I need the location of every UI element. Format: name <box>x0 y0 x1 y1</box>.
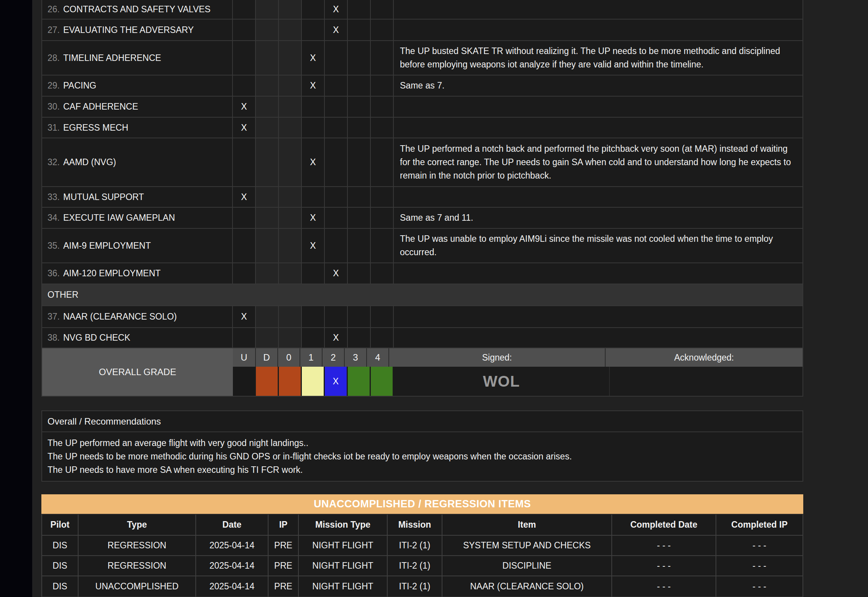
grade-cell-1[interactable] <box>302 187 325 207</box>
grade-cell-1[interactable]: X <box>302 41 325 75</box>
grade-cell-4[interactable] <box>371 263 394 284</box>
grade-cell-U[interactable] <box>233 328 256 348</box>
grade-cell-3[interactable] <box>348 75 371 96</box>
grade-cell-0[interactable] <box>279 328 302 348</box>
grade-cell-3[interactable] <box>348 41 371 75</box>
grade-cell-3[interactable] <box>348 306 371 327</box>
grade-cell-4[interactable] <box>371 187 394 207</box>
overall-grade-cell-D[interactable] <box>256 367 279 396</box>
grade-cell-D[interactable] <box>256 138 279 186</box>
grade-cell-D[interactable] <box>256 0 279 19</box>
grade-cell-3[interactable] <box>348 187 371 207</box>
grade-cell-4[interactable] <box>371 41 394 75</box>
grade-cell-U[interactable] <box>233 41 256 75</box>
grade-cell-D[interactable] <box>256 20 279 40</box>
grade-cell-3[interactable] <box>348 263 371 284</box>
grade-cell-3[interactable] <box>348 20 371 40</box>
grade-cell-2[interactable] <box>325 187 348 207</box>
grade-cell-0[interactable] <box>279 118 302 138</box>
grade-cell-3[interactable] <box>348 118 371 138</box>
grade-cell-1[interactable]: X <box>302 75 325 96</box>
grade-cell-1[interactable] <box>302 306 325 327</box>
grade-cell-1[interactable] <box>302 97 325 117</box>
grade-cell-3[interactable] <box>348 328 371 348</box>
grade-cell-1[interactable] <box>302 118 325 138</box>
overall-grade-cell-4[interactable] <box>371 367 394 396</box>
grade-cell-D[interactable] <box>256 75 279 96</box>
grade-cell-0[interactable] <box>279 306 302 327</box>
grade-cell-2[interactable] <box>325 138 348 186</box>
grade-cell-U[interactable]: X <box>233 97 256 117</box>
grade-cell-U[interactable] <box>233 229 256 262</box>
grade-cell-4[interactable] <box>371 328 394 348</box>
grade-cell-U[interactable] <box>233 75 256 96</box>
grade-cell-4[interactable] <box>371 229 394 262</box>
grade-cell-U[interactable] <box>233 20 256 40</box>
grade-cell-1[interactable] <box>302 263 325 284</box>
grade-cell-D[interactable] <box>256 328 279 348</box>
grade-cell-D[interactable] <box>256 41 279 75</box>
grade-cell-U[interactable]: X <box>233 187 256 207</box>
grade-cell-U[interactable]: X <box>233 118 256 138</box>
acknowledged-value[interactable] <box>609 367 802 396</box>
grade-cell-2[interactable]: X <box>325 0 348 19</box>
grade-cell-4[interactable] <box>371 306 394 327</box>
signed-value[interactable]: WOL <box>394 367 609 396</box>
grade-cell-1[interactable]: X <box>302 208 325 228</box>
grade-cell-D[interactable] <box>256 229 279 262</box>
grade-cell-U[interactable] <box>233 208 256 228</box>
grade-cell-2[interactable]: X <box>325 20 348 40</box>
grade-cell-3[interactable] <box>348 0 371 19</box>
grade-cell-2[interactable] <box>325 306 348 327</box>
grade-cell-4[interactable] <box>371 0 394 19</box>
grade-cell-4[interactable] <box>371 75 394 96</box>
grade-cell-D[interactable] <box>256 118 279 138</box>
grade-cell-U[interactable]: X <box>233 306 256 327</box>
grade-cell-0[interactable] <box>279 97 302 117</box>
grade-cell-2[interactable] <box>325 229 348 262</box>
grade-cell-2[interactable] <box>325 208 348 228</box>
grade-cell-0[interactable] <box>279 41 302 75</box>
grade-cell-0[interactable] <box>279 229 302 262</box>
grade-cell-1[interactable]: X <box>302 138 325 186</box>
grade-cell-4[interactable] <box>371 208 394 228</box>
grade-cell-0[interactable] <box>279 208 302 228</box>
grade-cell-3[interactable] <box>348 97 371 117</box>
grade-cell-D[interactable] <box>256 97 279 117</box>
overall-grade-cell-0[interactable] <box>279 367 302 396</box>
grade-cell-U[interactable] <box>233 263 256 284</box>
overall-grade-cell-3[interactable] <box>348 367 371 396</box>
grade-cell-2[interactable] <box>325 41 348 75</box>
grade-cell-1[interactable]: X <box>302 229 325 262</box>
grade-cell-0[interactable] <box>279 138 302 186</box>
grade-cell-2[interactable]: X <box>325 263 348 284</box>
grade-cell-1[interactable] <box>302 328 325 348</box>
grade-cell-0[interactable] <box>279 20 302 40</box>
grade-cell-4[interactable] <box>371 97 394 117</box>
grade-cell-0[interactable] <box>279 0 302 19</box>
grade-cell-3[interactable] <box>348 229 371 262</box>
grade-cell-D[interactable] <box>256 208 279 228</box>
grade-cell-D[interactable] <box>256 187 279 207</box>
grade-cell-3[interactable] <box>348 138 371 186</box>
grade-cell-U[interactable] <box>233 0 256 19</box>
grade-cell-2[interactable] <box>325 75 348 96</box>
grade-cell-4[interactable] <box>371 118 394 138</box>
grade-cell-4[interactable] <box>371 20 394 40</box>
grade-cell-D[interactable] <box>256 306 279 327</box>
overall-grade-cell-U[interactable] <box>233 367 256 396</box>
overall-grade-cell-2[interactable]: X <box>325 367 348 396</box>
grade-cell-1[interactable] <box>302 0 325 19</box>
grade-cell-1[interactable] <box>302 20 325 40</box>
grade-cell-2[interactable]: X <box>325 328 348 348</box>
grade-cell-2[interactable] <box>325 118 348 138</box>
grade-cell-3[interactable] <box>348 208 371 228</box>
grade-cell-U[interactable] <box>233 138 256 186</box>
grade-cell-4[interactable] <box>371 138 394 186</box>
grade-cell-0[interactable] <box>279 187 302 207</box>
grade-cell-0[interactable] <box>279 75 302 96</box>
grade-cell-0[interactable] <box>279 263 302 284</box>
overall-grade-cell-1[interactable] <box>302 367 325 396</box>
grade-cell-D[interactable] <box>256 263 279 284</box>
grade-cell-2[interactable] <box>325 97 348 117</box>
